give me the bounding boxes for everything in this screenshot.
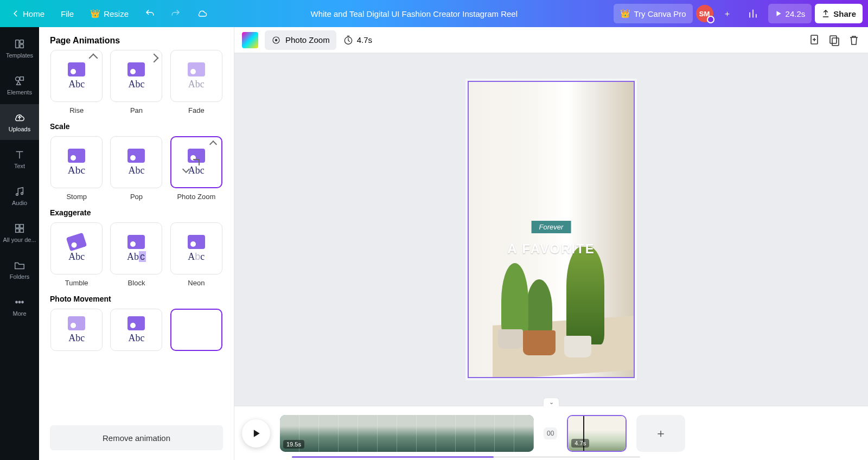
audio-icon xyxy=(14,186,25,197)
clip1-duration: 19.5s xyxy=(283,440,304,449)
play-button[interactable] xyxy=(242,419,270,448)
redo-icon xyxy=(171,9,181,18)
timeline-clip-2[interactable]: 4.7s xyxy=(567,415,627,452)
cloud-status[interactable] xyxy=(190,4,214,23)
remove-animation-button[interactable]: Remove animation xyxy=(50,425,223,450)
timing-button[interactable]: 4.7s xyxy=(343,35,372,46)
anim-pm-3[interactable] xyxy=(170,309,222,351)
crown-icon: 👑 xyxy=(620,9,630,18)
try-pro-button[interactable]: 👑 Try Canva Pro xyxy=(614,4,692,23)
anim-photo-zoom[interactable]: Abc xyxy=(170,136,222,188)
object-rail: Templates Elements Uploads Text Audio Al… xyxy=(0,27,39,460)
anim-pm-2[interactable]: Abc xyxy=(110,309,162,351)
anim-block[interactable]: Abc xyxy=(110,222,162,274)
svg-point-5 xyxy=(16,194,18,196)
back-button[interactable]: Home xyxy=(5,4,51,23)
rail-folders[interactable]: Folders xyxy=(0,252,39,288)
background-color-swatch[interactable] xyxy=(242,32,258,48)
resize-button[interactable]: 👑 Resize xyxy=(84,4,135,23)
anim-pan[interactable]: Abc xyxy=(110,50,162,102)
rail-all-designs[interactable]: All your de... xyxy=(0,215,39,251)
svg-rect-7 xyxy=(16,225,19,228)
collapse-timeline-button[interactable]: ⌄ xyxy=(543,398,559,406)
svg-rect-9 xyxy=(16,229,19,232)
rail-elements[interactable]: Elements xyxy=(0,67,39,103)
svg-point-13 xyxy=(22,301,23,303)
share-icon xyxy=(821,9,830,18)
svg-rect-1 xyxy=(20,40,23,43)
cloud-icon xyxy=(197,8,208,19)
side-panel-title: Page Animations xyxy=(39,27,234,50)
redo-button[interactable] xyxy=(164,4,187,23)
anim-pm-1[interactable]: Abc xyxy=(50,309,103,351)
timeline: ⌄ 19.5s 00 4.7s ＋ xyxy=(234,406,868,460)
crown-icon: 👑 xyxy=(90,9,100,18)
uploads-icon xyxy=(14,112,25,124)
section-scale: Scale xyxy=(50,122,223,131)
add-page-button[interactable]: ＋ xyxy=(636,415,685,452)
document-title[interactable]: White and Teal Digital UI Fashion Creato… xyxy=(218,9,610,18)
side-panel: Page Animations AbcRise AbcPan AbcFade S… xyxy=(39,27,234,460)
chevron-left-icon xyxy=(12,10,20,17)
avatar[interactable]: SM xyxy=(696,5,713,22)
more-icon xyxy=(14,296,25,308)
anim-pop[interactable]: Abc xyxy=(110,136,162,188)
section-photo-movement: Photo Movement xyxy=(50,295,223,303)
svg-rect-8 xyxy=(20,225,23,228)
insights-button[interactable] xyxy=(741,4,765,23)
svg-rect-4 xyxy=(20,77,23,80)
svg-rect-10 xyxy=(20,229,23,232)
top-bar: Home File 👑 Resize White and Teal Digita… xyxy=(0,0,868,27)
clip2-duration: 4.7s xyxy=(571,439,589,448)
duplicate-icon[interactable] xyxy=(828,34,841,47)
timeline-clip-1[interactable]: 19.5s xyxy=(280,415,534,452)
svg-point-15 xyxy=(275,39,278,41)
svg-rect-2 xyxy=(20,44,23,48)
anim-neon[interactable]: Abc xyxy=(170,222,222,274)
folder-icon xyxy=(14,259,25,271)
add-collaborator-button[interactable]: ＋ xyxy=(717,4,738,23)
animation-list[interactable]: AbcRise AbcPan AbcFade Scale AbcStomp Ab… xyxy=(39,50,234,418)
anim-tumble[interactable]: Abc xyxy=(50,222,103,274)
play-icon xyxy=(775,10,782,17)
undo-icon xyxy=(145,9,155,18)
grid-icon xyxy=(14,222,25,234)
play-icon xyxy=(251,428,261,439)
file-menu[interactable]: File xyxy=(54,4,80,23)
rail-templates[interactable]: Templates xyxy=(0,30,39,66)
canvas-area[interactable]: Forever A FAVORITE xyxy=(234,53,868,406)
text-icon xyxy=(14,149,25,161)
section-exaggerate: Exaggerate xyxy=(50,208,223,217)
svg-rect-19 xyxy=(832,38,839,46)
anim-rise[interactable]: Abc xyxy=(50,50,103,102)
undo-button[interactable] xyxy=(138,4,161,23)
canvas-tag[interactable]: Forever xyxy=(532,221,571,233)
elements-icon xyxy=(14,75,25,87)
svg-point-6 xyxy=(21,193,23,195)
rail-uploads[interactable]: Uploads xyxy=(0,104,39,140)
timeline-scrollbar[interactable] xyxy=(292,456,640,458)
svg-point-11 xyxy=(16,301,17,303)
canvas-title[interactable]: A FAVORITE xyxy=(469,241,634,257)
animation-pill[interactable]: Photo Zoom xyxy=(265,30,336,50)
context-bar: Photo Zoom 4.7s xyxy=(234,27,868,53)
rail-audio[interactable]: Audio xyxy=(0,178,39,214)
transition-gap[interactable]: 00 xyxy=(544,427,557,439)
add-page-icon[interactable] xyxy=(808,34,821,47)
rail-more[interactable]: More xyxy=(0,289,39,324)
rail-text[interactable]: Text xyxy=(0,141,39,177)
anim-fade[interactable]: Abc xyxy=(170,50,222,102)
chart-icon xyxy=(748,8,758,19)
page[interactable]: Forever A FAVORITE xyxy=(468,81,635,378)
svg-point-12 xyxy=(18,301,20,303)
templates-icon xyxy=(14,38,25,50)
clock-icon xyxy=(343,35,354,46)
trash-icon[interactable] xyxy=(847,34,860,47)
anim-stomp[interactable]: Abc xyxy=(50,136,103,188)
svg-rect-18 xyxy=(830,36,837,43)
share-button[interactable]: Share xyxy=(815,4,863,23)
play-duration-button[interactable]: 24.2s xyxy=(768,4,812,23)
home-label: Home xyxy=(23,9,44,18)
animation-icon xyxy=(271,35,281,45)
svg-rect-0 xyxy=(16,40,19,48)
